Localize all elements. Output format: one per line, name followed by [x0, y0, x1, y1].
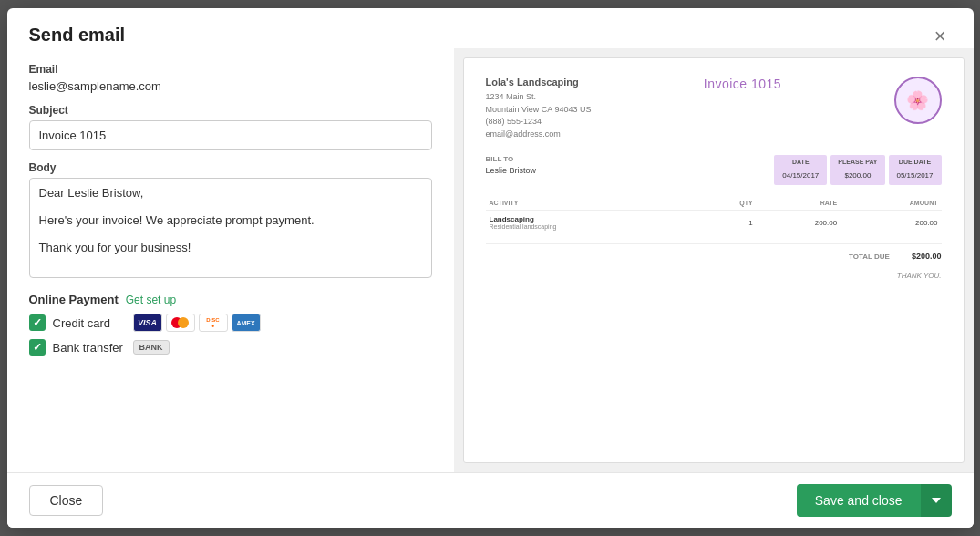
- save-dropdown-button[interactable]: [921, 484, 952, 517]
- online-payment-label: Online Payment: [29, 293, 119, 306]
- bank-transfer-option: Bank transfer BANK: [29, 339, 432, 356]
- total-label: TOTAL DUE: [849, 253, 890, 261]
- invoice-date-boxes: DATE 04/15/2017 PLEASE PAY $200.00 DUE D…: [774, 155, 941, 185]
- invoice-inner: Lola's Landscaping 1234 Main St. Mountai…: [464, 58, 964, 462]
- invoice-total-row: TOTAL DUE $200.00: [486, 243, 942, 261]
- credit-card-label: Credit card: [53, 316, 126, 330]
- invoice-preview-panel: Lola's Landscaping 1234 Main St. Mountai…: [454, 48, 974, 472]
- modal-body: Email leslie@samplename.com Subject Body…: [7, 48, 974, 472]
- invoice-company-name: Lola's Landscaping: [486, 77, 592, 88]
- invoice-thank-you: THANK YOU.: [486, 272, 942, 280]
- invoice-table: ACTIVITY QTY RATE AMOUNT Landscaping: [486, 196, 942, 234]
- get-set-up-link[interactable]: Get set up: [126, 294, 176, 306]
- date-value: 04/15/2017: [782, 171, 819, 180]
- left-panel: Email leslie@samplename.com Subject Body…: [7, 48, 454, 472]
- table-row: Landscaping Residential landscaping 1 20…: [486, 211, 942, 235]
- rate-header: RATE: [757, 196, 841, 211]
- visa-icon: VISA: [133, 314, 162, 332]
- online-payment-section: Online Payment Get set up Credit card VI…: [29, 293, 432, 356]
- amount-header: AMOUNT: [841, 196, 941, 211]
- invoice-date-box: DATE 04/15/2017: [774, 155, 827, 185]
- credit-card-option: Credit card VISA DISC ●: [29, 314, 432, 332]
- discover-icon: DISC ●: [199, 314, 228, 332]
- body-label: Body: [29, 161, 432, 174]
- modal-overlay: Send email × Email leslie@samplename.com…: [0, 0, 980, 536]
- body-textarea[interactable]: Dear Leslie Bristow, Here's your invoice…: [29, 178, 432, 278]
- invoice-preview: Lola's Landscaping 1234 Main St. Mountai…: [463, 57, 965, 463]
- invoice-logo: 🌸: [894, 77, 942, 124]
- invoice-company-addr: 1234 Main St. Mountain View CA 94043 US …: [486, 91, 592, 140]
- email-label: Email: [29, 63, 432, 76]
- card-icons: VISA DISC ● AMEX: [133, 314, 261, 332]
- subject-label: Subject: [29, 104, 432, 117]
- save-and-close-button[interactable]: Save and close: [797, 484, 921, 517]
- mastercard-icon: [166, 314, 195, 332]
- invoice-bill-row: BILL TO Leslie Bristow DATE 04/15/2017 P…: [486, 155, 942, 185]
- modal-header: Send email ×: [7, 8, 974, 48]
- send-email-modal: Send email × Email leslie@samplename.com…: [7, 8, 974, 528]
- close-button[interactable]: Close: [29, 485, 104, 516]
- modal-title: Send email: [29, 25, 126, 46]
- qty-cell: 1: [698, 211, 757, 235]
- invoice-due-date-box: DUE DATE 05/15/2017: [889, 155, 942, 185]
- subject-field-group: Subject: [29, 104, 432, 150]
- subject-input[interactable]: [29, 120, 432, 150]
- invoice-company-block: Lola's Landscaping 1234 Main St. Mountai…: [486, 77, 592, 140]
- bank-badge: BANK: [133, 340, 170, 355]
- email-field-group: Email leslie@samplename.com: [29, 63, 432, 93]
- bank-transfer-label: Bank transfer: [53, 341, 126, 355]
- amex-icon: AMEX: [232, 314, 261, 332]
- bank-transfer-checkbox[interactable]: [29, 339, 46, 356]
- activity-sub: Residential landscaping: [490, 223, 695, 230]
- modal-footer: Close Save and close: [7, 472, 974, 528]
- activity-main: Landscaping: [490, 215, 695, 223]
- due-date-value: 05/15/2017: [896, 171, 933, 180]
- date-label: DATE: [781, 159, 820, 165]
- activity-header: ACTIVITY: [486, 196, 698, 211]
- please-pay-value: $200.00: [844, 171, 871, 180]
- save-button-group: Save and close: [797, 484, 952, 517]
- invoice-title-block: Invoice 1015: [704, 77, 781, 91]
- total-value: $200.00: [912, 252, 942, 261]
- activity-cell: Landscaping Residential landscaping: [486, 211, 698, 235]
- invoice-bill-to-block: BILL TO Leslie Bristow: [486, 155, 537, 175]
- online-payment-header: Online Payment Get set up: [29, 293, 432, 306]
- qty-header: QTY: [698, 196, 757, 211]
- invoice-title-text: Invoice 1015: [704, 77, 781, 91]
- close-icon-button[interactable]: ×: [929, 25, 952, 48]
- body-field-group: Body Dear Leslie Bristow, Here's your in…: [29, 161, 432, 282]
- email-value: leslie@samplename.com: [29, 79, 432, 93]
- due-date-label: DUE DATE: [896, 159, 934, 165]
- rate-cell: 200.00: [757, 211, 841, 235]
- chevron-down-icon: [932, 498, 941, 503]
- amount-cell: 200.00: [841, 211, 941, 235]
- invoice-top: Lola's Landscaping 1234 Main St. Mountai…: [486, 77, 942, 140]
- credit-card-checkbox[interactable]: [29, 314, 46, 331]
- invoice-bill-name: Leslie Bristow: [486, 166, 537, 175]
- please-pay-label: PLEASE PAY: [838, 159, 877, 165]
- invoice-bill-to-label: BILL TO: [486, 155, 537, 163]
- invoice-please-pay-box: PLEASE PAY $200.00: [830, 155, 884, 185]
